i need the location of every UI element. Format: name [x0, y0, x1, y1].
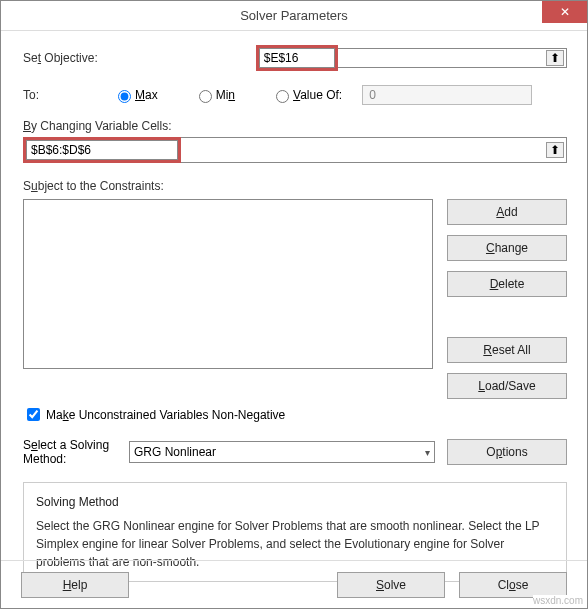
reset-all-button[interactable]: Reset All — [447, 337, 567, 363]
method-select[interactable]: GRG Nonlinear ▾ — [129, 441, 435, 463]
cells-label: By Changing Variable Cells: — [23, 119, 172, 133]
collapse-dialog-icon[interactable]: ⬆ — [546, 142, 564, 158]
watermark: wsxdn.com — [533, 595, 583, 606]
options-button[interactable]: Options — [447, 439, 567, 465]
valueof-radio[interactable]: Value Of: — [271, 87, 342, 103]
chevron-down-icon: ▾ — [425, 447, 430, 458]
constraints-label: Subject to the Constraints: — [23, 179, 164, 193]
valueof-radio-input[interactable] — [276, 90, 289, 103]
objective-highlight — [256, 45, 338, 71]
to-label: To: — [23, 88, 73, 102]
valueof-input — [362, 85, 532, 105]
close-icon: ✕ — [560, 5, 570, 19]
max-radio-input[interactable] — [118, 90, 131, 103]
objective-label: Set Objective: — [23, 51, 98, 65]
constraints-area: Add Change Delete Reset All Load/Save — [23, 199, 567, 399]
method-row: Select a Solving Method: GRG Nonlinear ▾… — [23, 438, 567, 466]
load-save-button[interactable]: Load/Save — [447, 373, 567, 399]
constraint-buttons: Add Change Delete Reset All Load/Save — [447, 199, 567, 399]
cells-input[interactable] — [26, 140, 178, 160]
dialog-content: Set Objective: ⬆ To: Max Min Value Of: — [1, 31, 587, 592]
collapse-dialog-icon[interactable]: ⬆ — [546, 50, 564, 66]
max-radio[interactable]: Max — [113, 87, 158, 103]
nonneg-checkbox-input[interactable] — [27, 408, 40, 421]
add-button[interactable]: Add — [447, 199, 567, 225]
help-button[interactable]: Help — [21, 572, 129, 598]
close-dialog-button[interactable]: Close — [459, 572, 567, 598]
titlebar: Solver Parameters ✕ — [1, 1, 587, 31]
cells-highlight — [23, 137, 181, 163]
objective-input[interactable] — [259, 48, 335, 68]
nonneg-checkbox[interactable]: Make Unconstrained Variables Non-Negativ… — [23, 405, 567, 424]
delete-button[interactable]: Delete — [447, 271, 567, 297]
constraints-section: Subject to the Constraints: Add Change D… — [23, 179, 567, 399]
window-title: Solver Parameters — [240, 8, 348, 23]
solve-button[interactable]: Solve — [337, 572, 445, 598]
cells-input-row: ⬆ — [23, 137, 567, 163]
to-row: To: Max Min Value Of: — [23, 85, 567, 105]
min-radio-input[interactable] — [199, 90, 212, 103]
change-button[interactable]: Change — [447, 235, 567, 261]
close-button[interactable]: ✕ — [542, 1, 587, 23]
info-title: Solving Method — [36, 493, 554, 511]
min-radio[interactable]: Min — [194, 87, 235, 103]
objective-input-ext[interactable]: ⬆ — [338, 48, 567, 68]
dialog-footer: Help Solve Close — [1, 560, 587, 608]
method-value: GRG Nonlinear — [134, 445, 216, 459]
method-label: Select a Solving Method: — [23, 438, 117, 466]
objective-row: Set Objective: ⬆ — [23, 45, 567, 71]
solver-dialog: Solver Parameters ✕ Set Objective: ⬆ To:… — [0, 0, 588, 609]
cells-input-ext[interactable]: ⬆ — [181, 137, 567, 163]
constraints-listbox[interactable] — [23, 199, 433, 369]
cells-section: By Changing Variable Cells: ⬆ — [23, 119, 567, 163]
